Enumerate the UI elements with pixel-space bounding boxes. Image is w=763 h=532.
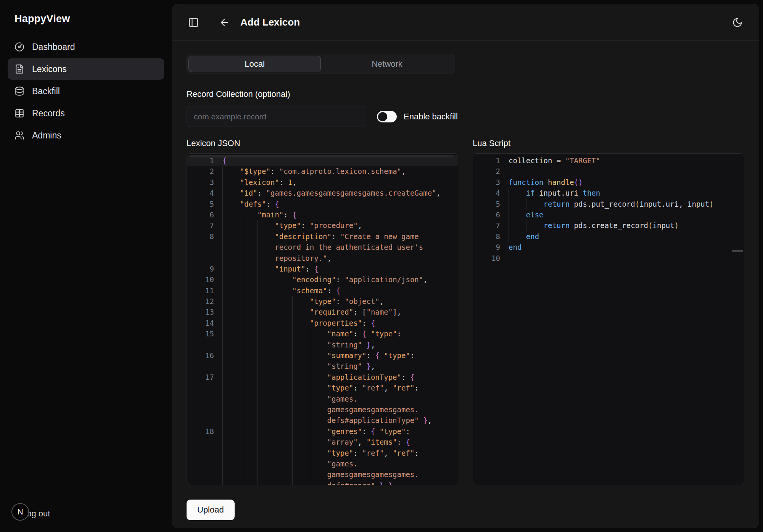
indent-guide	[275, 458, 275, 469]
line-number: 17	[187, 372, 222, 383]
indent-guide	[258, 220, 258, 231]
indent-guide	[258, 264, 258, 274]
indent-guide	[240, 404, 240, 415]
sidebar-item-dashboard[interactable]: Dashboard	[8, 36, 164, 58]
line-number: 11	[187, 285, 222, 296]
indent-guide	[222, 274, 223, 285]
code-line: 15"name": { "type":	[187, 328, 458, 339]
sidebar-item-records[interactable]: Records	[8, 103, 164, 124]
indent-guide	[509, 199, 509, 209]
indent-guide	[310, 394, 310, 404]
code-line: 9end	[473, 242, 744, 252]
page-title: Add Lexicon	[240, 16, 300, 28]
sidebar-item-lexicons[interactable]: Lexicons	[8, 58, 164, 80]
code-line: 17"applicationType": {	[187, 372, 458, 383]
code-line: "string" },	[187, 339, 458, 350]
indent-guide	[258, 328, 258, 339]
app-brand: HappyView	[0, 0, 172, 25]
line-number	[187, 253, 222, 264]
code-line: 5"defs": {	[187, 199, 458, 209]
indent-guide	[240, 437, 240, 447]
code-line: repository.",	[187, 253, 458, 264]
indent-guide	[222, 372, 223, 383]
lexicon-json-editor[interactable]: 1{2"$type": "com.atproto.lexicon.schema"…	[187, 153, 458, 485]
sidebar-nav: Dashboard Lexicons Backfill Records Admi…	[0, 36, 172, 146]
code-line: 5return pds.put_record(input.uri, input)	[473, 199, 744, 209]
sidebar-item-admins[interactable]: Admins	[8, 125, 164, 146]
indent-guide	[222, 469, 223, 480]
sidebar-item-backfill[interactable]: Backfill	[8, 80, 164, 102]
line-number: 2	[187, 166, 222, 177]
sidebar-item-label: Backfill	[32, 86, 60, 96]
indent-guide	[222, 404, 223, 415]
line-number: 13	[187, 307, 222, 317]
indent-guide	[240, 231, 240, 242]
line-number: 6	[473, 209, 509, 220]
panel-left-icon	[188, 17, 199, 28]
sidebar-toggle-button[interactable]	[185, 14, 202, 31]
upload-button[interactable]: Upload	[187, 500, 235, 520]
indent-guide	[240, 458, 240, 469]
sidebar-item-label: Admins	[32, 130, 61, 141]
tab-local[interactable]: Local	[188, 56, 321, 72]
indent-guide	[310, 350, 310, 361]
indent-guide	[292, 437, 293, 447]
horizontal-scrollbar-thumb[interactable]	[190, 155, 453, 158]
indent-guide	[275, 383, 275, 393]
record-collection-row: Enable backfill	[187, 106, 744, 127]
avatar[interactable]: N	[11, 503, 29, 521]
indent-guide	[292, 350, 293, 361]
indent-guide	[240, 339, 240, 350]
code-line: 18"genres": { "type":	[187, 426, 458, 437]
indent-guide	[240, 220, 240, 231]
code-line: 12"type": "object",	[187, 296, 458, 307]
code-line: "string" },	[187, 361, 458, 371]
lua-script-editor[interactable]: 1collection = "TARGET"23function handle(…	[473, 153, 744, 485]
indent-guide	[310, 426, 310, 437]
moon-icon	[732, 17, 743, 28]
indent-guide	[222, 383, 223, 393]
scrollbar-thumb[interactable]	[732, 250, 743, 252]
theme-toggle-button[interactable]	[729, 14, 746, 31]
indent-guide	[526, 220, 526, 231]
code-line: 10	[473, 253, 744, 264]
indent-guide	[222, 426, 223, 437]
indent-guide	[258, 296, 258, 307]
line-number: 10	[473, 253, 509, 264]
indent-guide	[222, 253, 223, 264]
indent-guide	[310, 415, 310, 426]
enable-backfill-toggle[interactable]	[377, 111, 397, 122]
sidebar: HappyView Dashboard Lexicons Backfill Re…	[0, 0, 172, 532]
indent-guide	[240, 328, 240, 339]
header-divider	[209, 17, 209, 28]
line-number: 12	[187, 296, 222, 307]
indent-guide	[275, 437, 275, 447]
code-line: 7"type": "procedure",	[187, 220, 458, 231]
indent-guide	[258, 394, 258, 404]
lexicon-json-label: Lexicon JSON	[187, 138, 458, 148]
code-line: 6else	[473, 209, 744, 220]
indent-guide	[258, 350, 258, 361]
indent-guide	[275, 328, 275, 339]
indent-guide	[222, 307, 223, 317]
record-collection-input[interactable]	[187, 106, 366, 127]
line-number	[187, 458, 222, 469]
indent-guide	[240, 469, 240, 480]
lua-script-label: Lua Script	[473, 138, 744, 148]
indent-guide	[292, 426, 293, 437]
indent-guide	[258, 318, 258, 328]
indent-guide	[240, 242, 240, 252]
line-number	[187, 394, 222, 404]
code-line: "array", "items": {	[187, 437, 458, 447]
indent-guide	[222, 296, 223, 307]
indent-guide	[310, 339, 310, 350]
indent-guide	[240, 394, 240, 404]
line-number: 8	[187, 231, 222, 242]
indent-guide	[240, 480, 240, 485]
code-line: 16"summary": { "type":	[187, 350, 458, 361]
indent-guide	[275, 480, 275, 485]
tab-network[interactable]: Network	[321, 56, 453, 72]
code-line: gamesgamesgamesgames.	[187, 404, 458, 415]
back-button[interactable]	[216, 14, 233, 31]
indent-guide	[310, 437, 310, 447]
